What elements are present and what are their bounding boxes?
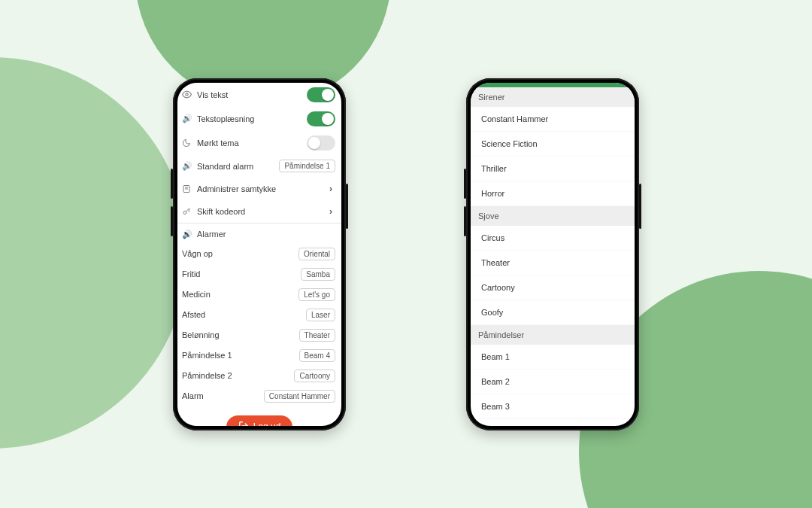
svg-point-4 xyxy=(183,211,186,214)
alarm-value-pill[interactable]: Laser xyxy=(306,309,335,321)
alarm-row: MedicinLet's go xyxy=(177,284,341,305)
chevron-right-icon: › xyxy=(329,206,335,217)
sound-option[interactable]: Beam 1 xyxy=(471,345,635,370)
setting-row-skift-kodeord[interactable]: Skift kodeord› xyxy=(177,200,341,223)
sound-option[interactable]: Constant Hammer xyxy=(471,107,635,132)
selected-value-pill[interactable]: Påmindelse 1 xyxy=(279,160,335,172)
sound-option[interactable]: Horror xyxy=(471,181,635,206)
sound-category-header: Påmindelser xyxy=(471,325,635,345)
sound-option[interactable]: Theater xyxy=(471,251,635,275)
toggle-switch[interactable] xyxy=(307,111,335,126)
alarm-label: Afsted xyxy=(182,310,205,319)
setting-row-standard-alarm: 🔊Standard alarmPåmindelse 1 xyxy=(177,155,341,178)
phone-mockups: Vis tekst🔊TekstoplæsningMørkt tema🔊Stand… xyxy=(0,0,812,508)
sound-option[interactable]: Science Fiction xyxy=(471,132,635,157)
alarms-section-title: Alarmer xyxy=(197,230,226,239)
alarm-label: Påmindelse 2 xyxy=(182,371,232,380)
alarm-row: Påmindelse 1Beam 4 xyxy=(177,345,341,366)
alarm-row: Påmindelse 2Cartoony xyxy=(177,366,341,386)
chevron-right-icon: › xyxy=(329,184,335,194)
sound-picker-screen: SirenerConstant HammerScience FictionThr… xyxy=(471,83,635,426)
sound-option[interactable]: Goofy xyxy=(471,300,635,325)
setting-row-administrer-samtykke[interactable]: Administrer samtykke› xyxy=(177,178,341,200)
settings-screen: Vis tekst🔊TekstoplæsningMørkt tema🔊Stand… xyxy=(177,83,341,426)
sound-option[interactable]: Cartoony xyxy=(471,275,635,300)
alarm-value-pill[interactable]: Constant Hammer xyxy=(264,390,335,403)
setting-label: Mørkt tema xyxy=(197,138,239,148)
alarm-label: Fritid xyxy=(182,269,200,278)
alarm-row: BelønningTheater xyxy=(177,325,341,345)
sound-category-header: Sirener xyxy=(471,87,635,107)
alarm-row: FritidSamba xyxy=(177,264,341,284)
logout-label: Log ud xyxy=(253,421,281,426)
alarms-section-header: 🔊 Alarmer xyxy=(177,223,341,244)
setting-label: Tekstoplæsning xyxy=(197,114,254,123)
setting-row-vis-tekst: Vis tekst xyxy=(177,83,341,107)
alarm-value-pill[interactable]: Theater xyxy=(299,329,335,342)
sound-option[interactable]: Thriller xyxy=(471,157,635,181)
alarm-label: Alarm xyxy=(182,391,204,400)
alarm-label: Påmindelse 1 xyxy=(182,351,232,360)
alarm-label: Medicin xyxy=(182,290,211,299)
setting-row-tekstoplæsning: 🔊Tekstoplæsning xyxy=(177,107,341,131)
toggle-switch[interactable] xyxy=(307,87,335,102)
moon-icon xyxy=(182,138,192,148)
consent-icon xyxy=(182,184,192,193)
logout-icon xyxy=(238,421,249,426)
eye-icon xyxy=(182,90,192,99)
sound-category-header: Sjove xyxy=(471,206,635,226)
alarm-row: Vågn opOriental xyxy=(177,244,341,264)
key-icon xyxy=(182,207,192,216)
svg-point-0 xyxy=(186,93,188,96)
alarm-value-pill[interactable]: Let's go xyxy=(298,288,335,301)
sound-option[interactable]: Beam 3 xyxy=(471,394,635,419)
logout-button[interactable]: Log ud xyxy=(226,415,293,426)
setting-label: Standard alarm xyxy=(197,162,253,171)
setting-label: Skift kodeord xyxy=(197,207,245,216)
alarm-value-pill[interactable]: Samba xyxy=(301,268,335,281)
alarm-value-pill[interactable]: Cartoony xyxy=(294,370,335,382)
alarm-value-pill[interactable]: Oriental xyxy=(298,248,335,260)
speaker-icon: 🔊 xyxy=(182,230,192,239)
setting-label: Vis tekst xyxy=(197,90,228,99)
sound-option[interactable]: Beam 2 xyxy=(471,370,635,394)
alarm-row: AlarmConstant Hammer xyxy=(177,386,341,406)
speaker-icon: 🔊 xyxy=(182,161,192,171)
toggle-switch[interactable] xyxy=(307,135,335,151)
speaker-icon: 🔊 xyxy=(182,114,192,123)
phone-frame-sound-picker: SirenerConstant HammerScience FictionThr… xyxy=(466,78,639,430)
phone-frame-settings: Vis tekst🔊TekstoplæsningMørkt tema🔊Stand… xyxy=(173,78,346,430)
alarm-row: AfstedLaser xyxy=(177,305,341,325)
alarm-label: Vågn op xyxy=(182,249,213,258)
setting-label: Administrer samtykke xyxy=(197,184,276,193)
setting-row-mørkt-tema: Mørkt tema xyxy=(177,131,341,155)
alarm-label: Belønning xyxy=(182,330,220,339)
alarm-value-pill[interactable]: Beam 4 xyxy=(299,349,335,362)
sound-option[interactable]: Circus xyxy=(471,226,635,251)
